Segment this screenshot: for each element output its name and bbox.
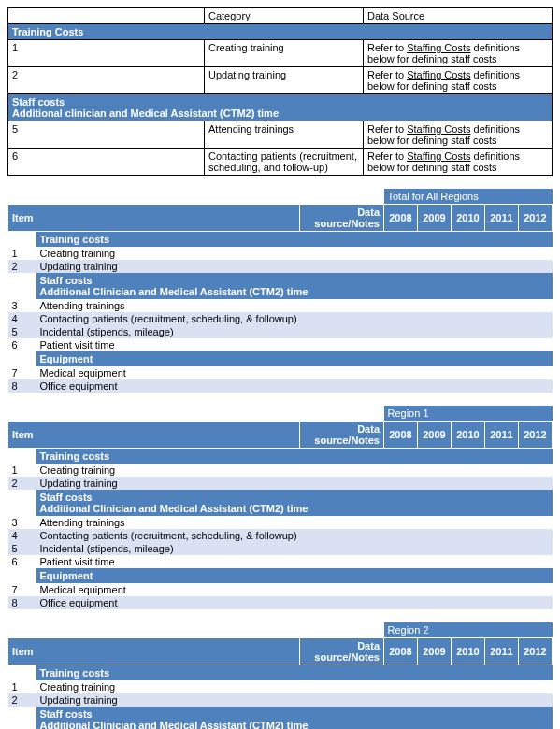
section-training: Training costs — [8, 449, 553, 465]
row-num: 5 — [8, 122, 205, 149]
staffing-costs-link: Staffing Costs — [407, 123, 470, 135]
staffing-costs-link: Staffing Costs — [407, 42, 470, 53]
table-row: 4Contacting patients (recruitment, sched… — [8, 312, 553, 325]
table-row: 4Contacting patients (recruitment, sched… — [8, 529, 553, 542]
item-header: Item — [8, 205, 300, 232]
row-num: 2 — [8, 67, 205, 94]
year-header: 2011 — [485, 205, 519, 232]
training-costs-header: Training Costs — [8, 24, 553, 40]
section-staff: Staff costsAdditional Clinician and Medi… — [8, 707, 553, 729]
table-row: 7Medical equipment — [8, 583, 553, 596]
row-num: 6 — [8, 149, 205, 176]
year-header: 2008 — [384, 638, 418, 665]
notes-header: Data source/Notes — [300, 638, 384, 665]
region-title: Region 2 — [384, 622, 553, 638]
top-row-5: 5 Attending trainings Refer to Staffing … — [8, 122, 553, 149]
table-row: 2Updating training — [8, 693, 553, 707]
region-title-row: Total for All Regions — [8, 189, 553, 205]
year-header: 2010 — [452, 205, 485, 232]
year-header: 2010 — [452, 638, 485, 665]
section-training: Training costs — [8, 665, 553, 681]
row-datasource: Refer to Staffing Costs definitions belo… — [364, 149, 553, 176]
table-row: 5Incidental (stipends, mileage) — [8, 542, 553, 555]
region-block-all: Total for All Regions Item Data source/N… — [7, 189, 553, 393]
region-table-2: Region 2 Item Data source/Notes 2008 200… — [7, 622, 553, 729]
region-block-2: Region 2 Item Data source/Notes 2008 200… — [7, 622, 553, 729]
year-header: 2009 — [418, 205, 452, 232]
year-header: 2011 — [485, 638, 519, 665]
table-row: 6Patient visit time — [8, 338, 553, 351]
region-table-1: Region 1 Item Data source/Notes 2008 200… — [7, 406, 553, 609]
staffing-costs-link: Staffing Costs — [407, 69, 470, 80]
year-header: 2012 — [519, 638, 553, 665]
top-row-1: 1 Creating training Refer to Staffing Co… — [8, 40, 553, 67]
year-header: 2008 — [384, 422, 418, 449]
region-title: Total for All Regions — [384, 189, 553, 205]
section-staff: Staff costsAdditional Clinician and Medi… — [8, 273, 553, 299]
notes-header: Data source/Notes — [300, 422, 384, 449]
top-section-training: Training Costs — [8, 24, 553, 40]
table-row: 7Medical equipment — [8, 366, 553, 379]
table-row: 5Incidental (stipends, mileage) — [8, 325, 553, 338]
row-num: 1 — [8, 40, 205, 67]
top-blank-header — [8, 8, 205, 24]
item-header: Item — [8, 638, 300, 665]
row-datasource: Refer to Staffing Costs definitions belo… — [364, 40, 553, 67]
region-header-row: Item Data source/Notes 2008 2009 2010 20… — [8, 422, 553, 449]
table-row: 8Office equipment — [8, 379, 553, 393]
row-datasource: Refer to Staffing Costs definitions belo… — [364, 122, 553, 149]
section-staff: Staff costsAdditional Clinician and Medi… — [8, 490, 553, 516]
region-title-row: Region 2 — [8, 622, 553, 638]
region-header-row: Item Data source/Notes 2008 2009 2010 20… — [8, 638, 553, 665]
notes-header: Data source/Notes — [300, 205, 384, 232]
row-datasource: Refer to Staffing Costs definitions belo… — [364, 67, 553, 94]
region-header-row: Item Data source/Notes 2008 2009 2010 20… — [8, 205, 553, 232]
staff-costs-header: Staff costs Additional clinician and Med… — [8, 94, 553, 122]
year-header: 2012 — [519, 205, 553, 232]
table-row: 1Creating training — [8, 247, 553, 260]
top-datasource-header: Data Source — [364, 8, 553, 24]
region-block-1: Region 1 Item Data source/Notes 2008 200… — [7, 406, 553, 609]
table-row: 1Creating training — [8, 680, 553, 693]
table-row: 3Attending trainings — [8, 299, 553, 312]
table-row: 3Attending trainings — [8, 516, 553, 529]
section-training: Training costs — [8, 232, 553, 248]
section-equipment: Equipment — [8, 351, 553, 366]
row-category: Creating training — [205, 40, 364, 67]
year-header: 2008 — [384, 205, 418, 232]
top-row-2: 2 Updating training Refer to Staffing Co… — [8, 67, 553, 94]
region-table-all: Total for All Regions Item Data source/N… — [7, 189, 553, 393]
region-title-row: Region 1 — [8, 406, 553, 422]
table-row: 6Patient visit time — [8, 555, 553, 568]
top-section-staff: Staff costs Additional clinician and Med… — [8, 94, 553, 122]
top-category-header: Category — [205, 8, 364, 24]
section-equipment: Equipment — [8, 568, 553, 583]
definitions-table: Category Data Source Training Costs 1 Cr… — [7, 7, 553, 176]
row-category: Contacting patients (recruitment, schedu… — [205, 149, 364, 176]
table-row: 1Creating training — [8, 464, 553, 477]
year-header: 2011 — [485, 422, 519, 449]
item-header: Item — [8, 422, 300, 449]
row-category: Attending trainings — [205, 122, 364, 149]
top-header-row: Category Data Source — [8, 8, 553, 24]
row-category: Updating training — [205, 67, 364, 94]
year-header: 2010 — [452, 422, 485, 449]
table-row: 8Office equipment — [8, 596, 553, 609]
year-header: 2009 — [418, 422, 452, 449]
top-row-6: 6 Contacting patients (recruitment, sche… — [8, 149, 553, 176]
table-row: 2Updating training — [8, 477, 553, 490]
year-header: 2009 — [418, 638, 452, 665]
staffing-costs-link: Staffing Costs — [407, 150, 470, 162]
year-header: 2012 — [519, 422, 553, 449]
table-row: 2Updating training — [8, 260, 553, 273]
region-title: Region 1 — [384, 406, 553, 422]
